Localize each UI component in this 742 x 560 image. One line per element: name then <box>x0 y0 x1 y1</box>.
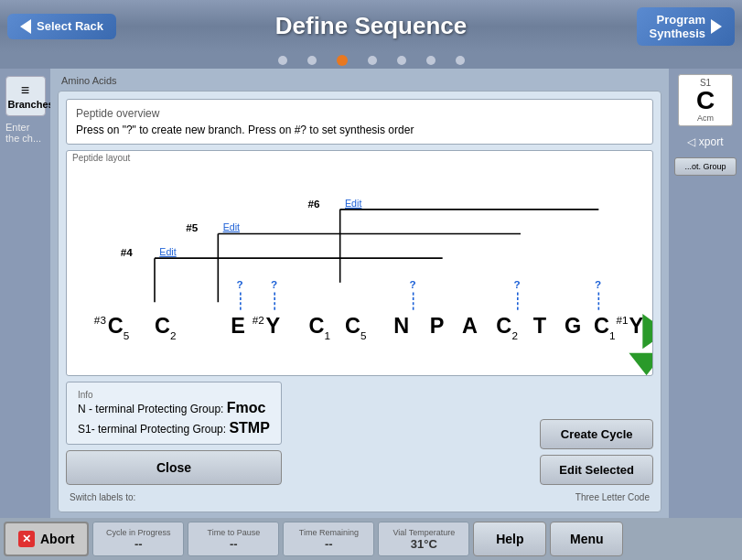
progress-dot-2[interactable] <box>307 56 317 65</box>
n-terminal-label: N - terminal Protecting Group: <box>78 403 223 415</box>
select-rack-button[interactable]: Select Rack <box>7 14 116 39</box>
svg-text:Edit: Edit <box>223 221 240 232</box>
svg-text:#6: #6 <box>307 198 320 210</box>
vial-temperature-status: Vial Temperature 31°C <box>378 522 469 556</box>
svg-text:C: C <box>594 314 609 338</box>
main-content: ≡ Branches Enter the ch... Amino Acids P… <box>0 69 742 518</box>
svg-text:P: P <box>430 314 445 338</box>
temp-label: Vial Temperature <box>388 528 459 537</box>
prot-group-label: ...ot. Group <box>684 162 726 171</box>
page-title: Define Sequence <box>275 12 468 40</box>
peptide-overview-title: Peptide overview <box>76 107 643 120</box>
svg-text:Edit: Edit <box>159 246 176 257</box>
edit-selected-button[interactable]: Edit Selected <box>540 455 653 485</box>
s1-badge: S1 C Acm <box>678 74 733 126</box>
menu-button[interactable]: Menu <box>550 522 623 556</box>
arrow-right-icon <box>711 19 722 34</box>
abort-label: Abort <box>40 532 74 546</box>
svg-text:Y: Y <box>629 314 643 338</box>
dialog-bottom: Info N - terminal Protecting Group: Fmoc… <box>66 382 653 485</box>
svg-text:?: ? <box>595 278 601 290</box>
abort-x-icon: ✕ <box>18 531 35 547</box>
right-sidebar: S1 C Acm ◁ xport ...ot. Group <box>669 69 742 518</box>
s1-terminal-label: S1- terminal Protecting Group: <box>78 423 226 436</box>
progress-dot-5[interactable] <box>397 56 406 65</box>
s1-terminal-value: STMP <box>229 420 269 436</box>
svg-text:Edit: Edit <box>345 198 361 209</box>
svg-text:E: E <box>231 314 245 338</box>
dialog-actions: Create Cycle Edit Selected <box>540 419 653 485</box>
n-terminal-value: Fmoc <box>227 400 266 415</box>
svg-text:C: C <box>309 314 325 338</box>
export-button[interactable]: ◁ xport <box>683 132 726 152</box>
progress-dot-3[interactable] <box>337 55 348 66</box>
svg-marker-46 <box>629 353 652 375</box>
cycle-value: -- <box>102 537 174 551</box>
svg-text:?: ? <box>237 278 243 290</box>
cycle-in-progress-status: Cycle in Progress -- <box>92 522 184 556</box>
svg-text:5: 5 <box>124 329 130 341</box>
svg-text:C: C <box>496 314 511 338</box>
arrow-left-icon <box>20 19 31 34</box>
switch-labels-row: Switch labels to: Three Letter Code <box>66 490 653 504</box>
svg-text:C: C <box>108 314 124 338</box>
svg-text:#4: #4 <box>121 246 134 258</box>
nav-right-label: Program Synthesis <box>650 13 705 40</box>
branches-button[interactable]: ≡ Branches <box>5 76 46 116</box>
peptide-chain-svg: ? ? ? ? ? Edit Edit Edit #4 #5 #6 C <box>67 151 652 375</box>
enter-chain-hint: Enter the ch... <box>0 116 50 149</box>
help-button[interactable]: Help <box>473 522 546 556</box>
temp-value: 31°C <box>388 537 459 551</box>
bottom-bar: ✕ Abort Cycle in Progress -- Time to Pau… <box>0 518 742 560</box>
peptide-layout: Peptide layout <box>66 150 653 376</box>
svg-text:#5: #5 <box>186 221 199 233</box>
svg-text:#1: #1 <box>617 314 629 326</box>
svg-marker-45 <box>642 314 652 349</box>
svg-text:1: 1 <box>609 329 616 341</box>
svg-text:?: ? <box>271 278 277 290</box>
pause-value: -- <box>198 537 269 551</box>
branches-label: Branches <box>8 99 54 110</box>
progress-dot-7[interactable] <box>456 56 465 65</box>
info-and-close: Info N - terminal Protecting Group: Fmoc… <box>66 382 282 485</box>
info-section-title: Info <box>78 390 270 400</box>
info-section: Info N - terminal Protecting Group: Fmoc… <box>66 382 282 445</box>
progress-bar <box>0 52 742 69</box>
svg-text:A: A <box>462 314 478 338</box>
pause-label: Time to Pause <box>198 528 269 537</box>
program-synthesis-button[interactable]: Program Synthesis <box>637 7 735 46</box>
svg-text:G: G <box>565 314 581 338</box>
progress-dot-4[interactable] <box>368 56 377 65</box>
cycle-label: Cycle in Progress <box>102 528 174 537</box>
export-label: ◁ <box>687 135 695 148</box>
remaining-value: -- <box>293 537 364 551</box>
svg-text:#2: #2 <box>253 314 264 326</box>
time-to-pause-status: Time to Pause -- <box>188 522 279 556</box>
amino-acids-label: Amino Acids <box>58 74 661 87</box>
peptide-overview: Peptide overview Press on "?" to create … <box>66 99 653 145</box>
svg-text:5: 5 <box>360 329 367 341</box>
s1-badge-sub: Acm <box>682 113 729 123</box>
remaining-label: Time Remaining <box>293 528 364 537</box>
s1-terminal-info: S1- terminal Protecting Group: STMP <box>78 420 270 436</box>
progress-dot-1[interactable] <box>278 56 287 65</box>
svg-text:?: ? <box>514 278 521 290</box>
nav-left-label: Select Rack <box>37 19 103 33</box>
abort-button[interactable]: ✕ Abort <box>4 522 89 556</box>
svg-text:1: 1 <box>325 329 331 341</box>
export-text: xport <box>699 135 724 148</box>
center-panel: Amino Acids Peptide overview Press on "?… <box>50 69 669 518</box>
svg-text:Y: Y <box>266 314 281 338</box>
peptide-overview-instruction: Press on "?" to create new branch. Press… <box>76 124 643 136</box>
create-cycle-button[interactable]: Create Cycle <box>540 419 653 449</box>
s1-badge-letter: C <box>682 88 729 113</box>
left-sidebar: ≡ Branches Enter the ch... <box>0 69 50 518</box>
branches-icon: ≡ <box>8 82 43 99</box>
progress-dot-6[interactable] <box>426 56 436 65</box>
close-button[interactable]: Close <box>66 450 282 485</box>
n-terminal-info: N - terminal Protecting Group: Fmoc <box>78 400 270 416</box>
dialog-box: Peptide overview Press on "?" to create … <box>58 91 661 512</box>
header: Select Rack Define Sequence Program Synt… <box>0 0 742 52</box>
prot-group-button[interactable]: ...ot. Group <box>674 157 737 176</box>
svg-text:C: C <box>345 314 360 338</box>
